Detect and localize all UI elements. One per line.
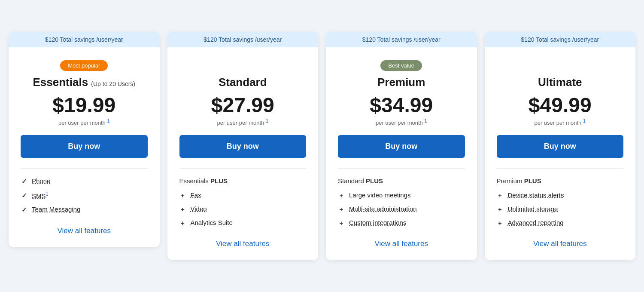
savings-banner: $120 Total savings /user/year (9, 32, 160, 47)
feature-text: Team Messaging (32, 206, 80, 213)
view-all-features-link[interactable]: View all features (497, 233, 624, 248)
feature-label: Advanced reporting (508, 219, 564, 226)
feature-item: ✓ Team Messaging (21, 206, 148, 214)
plan-period: per user per month 1 (179, 118, 307, 126)
feature-item: + Device status alerts (497, 191, 624, 199)
plan-card-premium: $120 Total savings /user/year Best value… (326, 32, 477, 260)
feature-label: Phone (32, 177, 50, 184)
feature-text: SMS (32, 192, 46, 200)
feature-item: + Analytics Suite (179, 219, 307, 227)
plan-name-sub: (Up to 20 Users) (91, 80, 135, 87)
plan-price: $27.99 (179, 95, 307, 116)
plan-price: $34.99 (338, 95, 465, 116)
feature-item: + Large video meetings (338, 191, 465, 199)
savings-banner: $120 Total savings /user/year (485, 32, 636, 47)
plan-card-essentials: $120 Total savings /user/year Most popul… (9, 32, 160, 247)
feature-icon: + (497, 192, 504, 199)
feature-item: + Custom integrations (338, 219, 465, 227)
feature-text: Phone (32, 177, 50, 184)
feature-text: Video (191, 205, 207, 212)
feature-text: Custom integrations (349, 219, 406, 226)
savings-banner: $120 Total savings /user/year (167, 32, 319, 47)
feature-icon: ✓ (21, 178, 27, 185)
buy-now-button[interactable]: Buy now (21, 135, 148, 158)
plan-body: Best value Premium $34.99 per user per m… (326, 47, 477, 260)
feature-text: Unlimited storage (508, 205, 558, 212)
feature-item: + Advanced reporting (497, 219, 624, 227)
badge-row (179, 58, 307, 73)
feature-label: Device status alerts (508, 191, 564, 199)
feature-item: + Video (179, 205, 307, 213)
feature-label: Large video meetings (349, 191, 410, 199)
feature-text: Analytics Suite (191, 219, 233, 226)
plan-period: per user per month 1 (497, 118, 624, 126)
feature-icon: + (179, 192, 186, 199)
feature-text: Multi-site administration (349, 205, 417, 212)
feature-label: Analytics Suite (191, 219, 233, 226)
feature-icon: + (338, 192, 345, 199)
feature-text: Fax (191, 191, 201, 199)
plan-price: $49.99 (497, 95, 624, 116)
feature-label: Video (191, 205, 207, 212)
feature-icon: + (179, 219, 186, 227)
plan-includes: Premium PLUS (497, 177, 624, 184)
badge-row: Most popular (21, 58, 148, 73)
divider (21, 168, 148, 169)
feature-list: ✓ Phone ✓ SMS1 ✓ Team Messaging (21, 177, 148, 220)
view-all-features-link[interactable]: View all features (179, 233, 307, 248)
feature-icon: ✓ (21, 192, 27, 200)
feature-label: Unlimited storage (508, 205, 558, 212)
divider (497, 168, 624, 169)
feature-text: Advanced reporting (508, 219, 564, 226)
feature-item: ✓ Phone (21, 177, 148, 185)
feature-label: Custom integrations (349, 219, 406, 226)
plan-name: Premium (338, 76, 465, 89)
plan-body: Most popular Essentials (Up to 20 Users)… (9, 47, 160, 247)
plan-name: Essentials (Up to 20 Users) (21, 76, 148, 89)
plan-price: $19.99 (21, 95, 148, 116)
buy-now-button[interactable]: Buy now (497, 135, 624, 158)
feature-item: + Fax (179, 191, 307, 199)
feature-icon: + (497, 206, 504, 213)
plan-name: Ultimate (497, 76, 624, 89)
plan-period: per user per month 1 (21, 118, 148, 126)
feature-label: Team Messaging (32, 206, 80, 213)
plan-card-ultimate: $120 Total savings /user/year Ultimate $… (485, 32, 636, 260)
plan-body: Standard $27.99 per user per month 1 Buy… (167, 47, 319, 260)
feature-label: SMS1 (32, 191, 49, 200)
divider (179, 168, 307, 169)
feature-icon: ✓ (21, 206, 27, 214)
feature-item: + Multi-site administration (338, 205, 465, 213)
plan-card-standard: $120 Total savings /user/year Standard $… (167, 32, 319, 260)
savings-banner: $120 Total savings /user/year (326, 32, 477, 47)
view-all-features-link[interactable]: View all features (338, 233, 465, 248)
feature-icon: + (497, 219, 504, 227)
feature-icon: + (338, 219, 345, 227)
feature-list: + Device status alerts + Unlimited stora… (497, 191, 624, 233)
feature-list: + Fax + Video + Analytics Suite (179, 191, 307, 233)
divider (338, 168, 465, 169)
feature-text: Device status alerts (508, 191, 564, 199)
pricing-container: $120 Total savings /user/year Most popul… (9, 32, 635, 260)
plan-name: Standard (179, 76, 307, 89)
feature-list: + Large video meetings + Multi-site admi… (338, 191, 465, 233)
plan-includes: Standard PLUS (338, 177, 465, 184)
feature-item: + Unlimited storage (497, 205, 624, 213)
badge-best: Best value (380, 60, 422, 71)
buy-now-button[interactable]: Buy now (338, 135, 465, 158)
plan-period: per user per month 1 (338, 118, 465, 126)
badge-popular: Most popular (60, 60, 108, 71)
badge-row (497, 58, 624, 73)
feature-item: ✓ SMS1 (21, 191, 148, 200)
feature-text: Large video meetings (349, 191, 410, 199)
feature-icon: + (338, 206, 345, 213)
feature-label: Multi-site administration (349, 205, 417, 212)
plan-includes: Essentials PLUS (179, 177, 307, 184)
view-all-features-link[interactable]: View all features (21, 220, 148, 235)
badge-row: Best value (338, 58, 465, 73)
feature-icon: + (179, 206, 186, 213)
plan-body: Ultimate $49.99 per user per month 1 Buy… (485, 47, 636, 260)
buy-now-button[interactable]: Buy now (179, 135, 307, 158)
feature-label: Fax (191, 191, 201, 199)
